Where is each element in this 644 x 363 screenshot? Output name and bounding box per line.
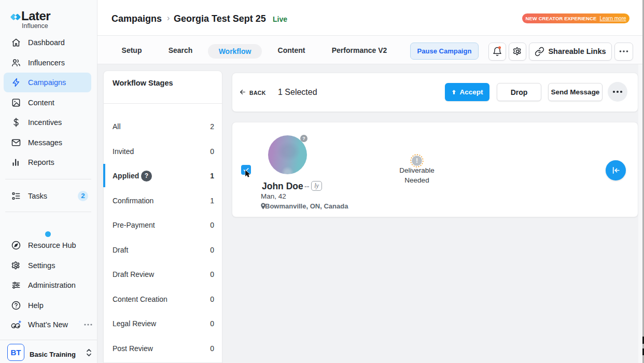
svg-text:!: !: [416, 157, 418, 164]
